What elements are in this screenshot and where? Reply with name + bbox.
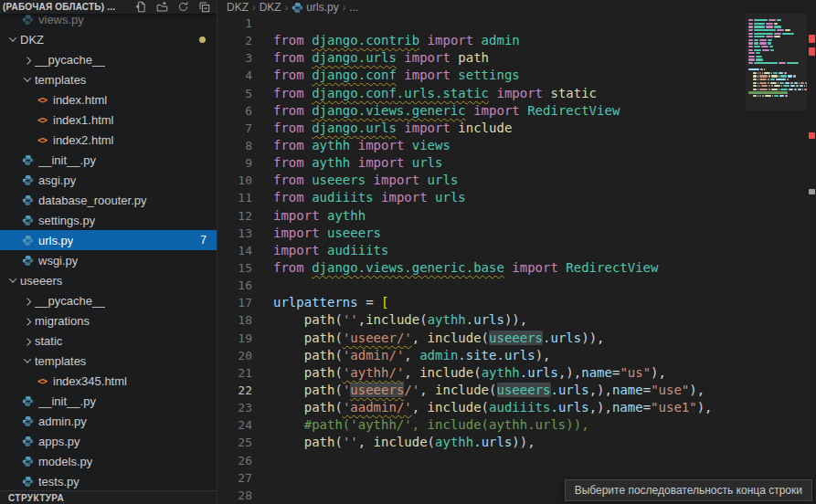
tree-item-templates[interactable]: templates: [0, 351, 217, 371]
line-number[interactable]: 23: [217, 399, 252, 416]
line-number[interactable]: 25: [217, 434, 252, 451]
code-line-19[interactable]: 19 path('useeer/', include(useeers.urls)…: [217, 330, 803, 347]
code-line-11[interactable]: 11from audiiits import urls: [217, 189, 803, 206]
code-line-13[interactable]: 13import useeers: [217, 225, 803, 242]
code-line-6[interactable]: 6from django.views.generic import Redire…: [217, 102, 803, 120]
tree-item-useeers[interactable]: useeers: [0, 270, 217, 290]
breadcrumb-item[interactable]: urls.py: [291, 0, 338, 15]
code-line-4[interactable]: 4from django.conf import settings: [217, 67, 803, 84]
refresh-icon[interactable]: [176, 1, 189, 14]
line-number[interactable]: 28: [217, 487, 252, 504]
collapse-all-icon[interactable]: [197, 1, 210, 14]
line-number[interactable]: 7: [217, 120, 252, 137]
code-line-25[interactable]: 25 path('', include(aythh.urls)),: [217, 434, 803, 451]
line-number[interactable]: 17: [217, 294, 252, 311]
line-number[interactable]: 12: [217, 207, 252, 225]
tree-item-apps-py[interactable]: apps.py: [0, 431, 217, 451]
code-line-15[interactable]: 15from django.views.generic.base import …: [217, 259, 803, 277]
code-line-14[interactable]: 14import audiiits: [217, 242, 803, 259]
explorer-section-header[interactable]: (РАБОЧАЯ ОБЛАСТЬ) ...: [0, 0, 217, 14]
code-line-22[interactable]: 22 path('useeers/', include(useeers.urls…: [217, 382, 803, 399]
minimap[interactable]: [746, 14, 807, 110]
code-line-26[interactable]: 26: [217, 452, 803, 469]
tree-item-index2-html[interactable]: <>index2.html: [0, 130, 217, 150]
code-line-9[interactable]: 9from aythh import urls: [217, 154, 803, 172]
line-number[interactable]: 8: [217, 137, 252, 154]
line-number[interactable]: 20: [217, 347, 252, 364]
code-line-23[interactable]: 23 path('aadmin/', include(audiiits.urls…: [217, 399, 803, 416]
tree-item-label: wsgi.py: [38, 254, 78, 268]
chevron-down-icon: [5, 278, 20, 283]
new-file-icon[interactable]: [134, 1, 147, 14]
tree-item-index345-html[interactable]: <>index345.html: [0, 371, 217, 391]
line-number[interactable]: 13: [217, 225, 252, 242]
overview-ruler[interactable]: [807, 0, 816, 504]
breadcrumb-item[interactable]: DKZ: [260, 1, 281, 14]
code-line-5[interactable]: 5from django.conf.urls.static import sta…: [217, 85, 803, 102]
tree-item-wsgi-py[interactable]: wsgi.py: [0, 250, 217, 270]
code-line-12[interactable]: 12import aythh: [217, 207, 803, 225]
breadcrumb-item[interactable]: ...: [349, 1, 358, 14]
tree-item-index1-html[interactable]: <>index1.html: [0, 110, 217, 130]
html-icon: <>: [35, 135, 49, 145]
python-icon: [20, 456, 35, 467]
code-line-18[interactable]: 18 path('',include(aythh.urls)),: [217, 311, 803, 329]
line-number[interactable]: 11: [217, 189, 252, 206]
outline-section-header[interactable]: СТРУКТУРА: [0, 490, 217, 504]
tree-item-asgi-py[interactable]: asgi.py: [0, 170, 217, 190]
tree-item-static[interactable]: static: [0, 331, 217, 351]
line-number[interactable]: 26: [217, 452, 252, 469]
tree-item-pycache[interactable]: __pycache__: [0, 290, 217, 310]
line-number[interactable]: 3: [217, 49, 252, 67]
line-number[interactable]: 10: [217, 172, 252, 189]
new-folder-icon[interactable]: [155, 1, 168, 14]
line-number[interactable]: 21: [217, 364, 252, 382]
breadcrumb-item[interactable]: DKZ: [227, 1, 249, 14]
tree-item-label: __init__.py: [38, 394, 96, 408]
line-number[interactable]: 16: [217, 277, 252, 294]
line-number[interactable]: 4: [217, 67, 252, 84]
line-number[interactable]: 6: [217, 102, 252, 120]
line-number[interactable]: 2: [217, 32, 252, 49]
line-number[interactable]: 9: [217, 154, 252, 172]
tree-item-migrations[interactable]: migrations: [0, 310, 217, 331]
tree-item-database-roouter-py[interactable]: database_roouter.py: [0, 190, 217, 210]
python-icon: [20, 436, 35, 447]
tree-item-pycache[interactable]: __pycache__: [0, 49, 217, 69]
tree-item-init-py[interactable]: __init__.py: [0, 391, 217, 411]
code-line-8[interactable]: 8from aythh import views: [217, 137, 803, 154]
tree-item-label: useeers: [20, 274, 62, 288]
code-line-20[interactable]: 20 path('admin/', admin.site.urls),: [217, 347, 803, 364]
line-number[interactable]: 18: [217, 311, 252, 329]
code-line-7[interactable]: 7from django.urls import include: [217, 120, 803, 137]
tree-item-urls-py[interactable]: urls.py7: [0, 230, 217, 250]
code-line-3[interactable]: 3from django.urls import path: [217, 49, 803, 67]
code-line-17[interactable]: 17urlpatterns = [: [217, 294, 803, 311]
tree-item-label: migrations: [35, 314, 90, 328]
code-line-10[interactable]: 10from useeers import urls: [217, 172, 803, 189]
line-number[interactable]: 15: [217, 259, 252, 277]
code-line-16[interactable]: 16: [217, 277, 803, 294]
chevron-down-icon: [20, 358, 35, 363]
tree-item-templates[interactable]: templates: [0, 69, 217, 89]
tree-item-admin-py[interactable]: admin.py: [0, 411, 217, 431]
code-line-24[interactable]: 24 #path('aythh/', include(aythh.urls)),: [217, 416, 803, 434]
tree-item-settings-py[interactable]: settings.py: [0, 210, 217, 230]
line-number[interactable]: 1: [217, 15, 252, 32]
line-number[interactable]: 5: [217, 85, 252, 102]
line-number[interactable]: 27: [217, 469, 252, 487]
tree-item-index-html[interactable]: <>index.html: [0, 89, 217, 110]
tree-item-tests-py[interactable]: tests.py: [0, 471, 217, 491]
line-number[interactable]: 22: [217, 382, 252, 399]
tree-item-dkz[interactable]: DKZ: [0, 29, 217, 49]
code-area[interactable]: 12from django.contrib import admin3from …: [217, 15, 803, 504]
line-number[interactable]: 24: [217, 416, 252, 434]
tree-item-label: models.py: [38, 455, 92, 468]
tree-item-models-py[interactable]: models.py: [0, 451, 217, 471]
line-number[interactable]: 14: [217, 242, 252, 259]
line-number[interactable]: 19: [217, 330, 252, 347]
code-line-21[interactable]: 21 path('aythh/', include(aythh.urls,),n…: [217, 364, 803, 382]
code-line-2[interactable]: 2from django.contrib import admin: [217, 32, 803, 49]
code-line-1[interactable]: 1: [217, 15, 803, 32]
tree-item-init-py[interactable]: __init__.py: [0, 150, 217, 170]
